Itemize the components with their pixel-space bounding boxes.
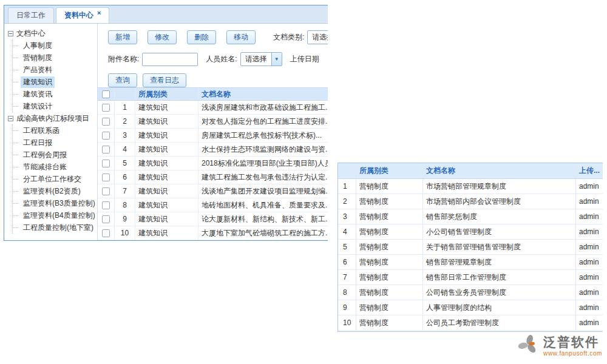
row-doc-name: 房屋建筑工程总承包投标书(技术标)... xyxy=(198,129,328,142)
row-category: 建筑知识 xyxy=(135,170,198,184)
tab-bar: 日常工作 资料中心 × xyxy=(4,5,328,24)
row-number: 7 xyxy=(115,184,135,198)
sidebar-item-construction-news[interactable]: 建筑资讯 xyxy=(13,88,97,100)
person-name-select[interactable]: 请选择 ▼ xyxy=(240,52,282,66)
query-button[interactable]: 查询 xyxy=(108,73,137,87)
sidebar-item-energy-ledger[interactable]: 节能减排台账 xyxy=(13,161,97,173)
table-row[interactable]: 7 营销制度 销售部日常工作管理制度 admin xyxy=(338,270,603,285)
sidebar-item-project-root[interactable]: 成渝高铁内江标段项目 xyxy=(4,112,97,124)
table-row[interactable]: 9 建筑知识 论大厦新材料、新结构、新技术、新工... xyxy=(98,212,328,226)
row-number: 4 xyxy=(338,224,356,239)
row-number: 10 xyxy=(115,226,135,240)
row-checkbox[interactable] xyxy=(102,118,110,126)
table-row[interactable]: 2 建筑知识 对发包人指定分包的工程施工进度安排... xyxy=(98,115,328,129)
document-list-panel: 新增 修改 删除 移动 文档类别: 请选择 ▼ 文档 附件名称: 人员姓名: 请… xyxy=(98,24,328,240)
sidebar-root-label: 文档中心 xyxy=(16,29,46,39)
table-row[interactable]: 6 营销制度 销售部管理规章制度 admin xyxy=(338,255,603,270)
table-row[interactable]: 5 营销制度 关于销售部管理销售管理制度 admin xyxy=(338,240,603,255)
row-checkbox[interactable] xyxy=(102,104,110,112)
sidebar-item-construction-knowledge[interactable]: 建筑知识 xyxy=(13,76,97,88)
table-row[interactable]: 4 营销制度 小公司销售管理制度 admin xyxy=(338,224,603,240)
row-uploader: admin xyxy=(576,255,603,269)
sidebar-item-weekly-meeting[interactable]: 工程例会周报 xyxy=(13,149,97,161)
row-checkbox[interactable] xyxy=(102,132,110,140)
row-number: 9 xyxy=(115,212,135,226)
row-number: 8 xyxy=(115,198,135,212)
table-row[interactable]: 3 建筑知识 房屋建筑工程总承包投标书(技术标)... xyxy=(98,129,328,143)
doc-category-select[interactable]: 请选择 ▼ xyxy=(307,30,328,44)
collapse-icon[interactable] xyxy=(8,116,13,121)
sidebar-item-work-transfer[interactable]: 分工单位工作移交 xyxy=(13,173,97,185)
row-number: 9 xyxy=(338,300,356,315)
table-row[interactable]: 7 建筑知识 浅谈地产集团开发建设项目监理规划编... xyxy=(98,184,328,198)
row-doc-name: 论大厦新材料、新结构、新技术、新工... xyxy=(198,212,328,226)
table-header: 所属别类 文档名称 xyxy=(98,87,328,101)
table-row[interactable]: 6 建筑知识 建筑工程施工发包与承包违法行为认定... xyxy=(98,170,328,184)
row-checkbox[interactable] xyxy=(102,187,110,195)
sidebar-item-marketing-system[interactable]: 营销制度 xyxy=(13,52,97,64)
sidebar-item-construction-design[interactable]: 建筑设计 xyxy=(13,100,97,112)
move-button[interactable]: 移动 xyxy=(226,30,256,44)
row-doc-name: 关于销售部管理销售管理制度 xyxy=(423,240,576,254)
table-row[interactable]: 2 营销制度 市场营销部内部会议管理制度 admin xyxy=(338,194,603,209)
sidebar-item-daily-report[interactable]: 工程日报 xyxy=(13,136,97,149)
row-category: 建筑知识 xyxy=(135,198,198,212)
sidebar-item-supervision-b3[interactable]: 监理资料(B3质量控制) xyxy=(13,197,97,209)
sidebar-item-quality-basement[interactable]: 工程质量控制(地下室) xyxy=(13,221,97,234)
row-doc-name: 对发包人指定分包的工程施工进度安排... xyxy=(198,115,328,128)
row-uploader: admin xyxy=(576,285,603,300)
row-checkbox[interactable] xyxy=(102,215,110,223)
table-row[interactable]: 1 建筑知识 浅谈房屋建筑和市政基础设施工程施工... xyxy=(98,101,328,115)
modify-button[interactable]: 修改 xyxy=(148,30,177,44)
table-row[interactable]: 5 建筑知识 2018标准化监理项目部(业主项目部)人员... xyxy=(98,157,328,170)
row-number: 1 xyxy=(338,179,356,194)
row-checkbox[interactable] xyxy=(102,160,110,167)
sidebar-item-project-letter[interactable]: 工程联系函 xyxy=(13,124,97,136)
row-doc-name: 公司员工考勤管理制度 xyxy=(423,315,576,330)
close-icon[interactable]: × xyxy=(97,9,101,16)
collapse-icon[interactable] xyxy=(8,31,13,36)
sidebar-item-doc-center[interactable]: 文档中心 xyxy=(4,27,97,39)
row-category: 营销制度 xyxy=(356,209,423,224)
row-doc-name: 浅谈地产集团开发建设项目监理规划编... xyxy=(198,184,328,198)
logo-website-url: www.fanpusoft.com xyxy=(543,350,602,357)
row-doc-name: 人事管理制度的结构 xyxy=(423,300,576,315)
row-number: 6 xyxy=(115,170,135,184)
table-row[interactable]: 8 建筑知识 地砖地面材料、机具准备、质量要求及... xyxy=(98,198,328,212)
row-checkbox[interactable] xyxy=(102,174,110,181)
doc-category-value: 请选择 xyxy=(308,31,328,44)
header-index xyxy=(115,88,135,100)
row-checkbox[interactable] xyxy=(102,229,110,237)
tab-daily-work[interactable]: 日常工作 xyxy=(8,7,54,23)
view-log-button[interactable]: 查看日志 xyxy=(143,73,186,87)
row-doc-name: 销售部日常工作管理制度 xyxy=(423,270,576,285)
delete-button[interactable]: 删除 xyxy=(187,30,216,44)
add-button[interactable]: 新增 xyxy=(108,30,137,44)
tab-data-center[interactable]: 资料中心 × xyxy=(56,7,109,23)
table-row[interactable]: 4 建筑知识 水土保持生态环境监测网络的建设与资... xyxy=(98,143,328,157)
row-number: 1 xyxy=(115,101,135,114)
sidebar-item-supervision-b2[interactable]: 监理资料(B2资质) xyxy=(13,185,97,197)
sidebar-item-supervision-b4[interactable]: 监理资料(B4质量控制) xyxy=(13,209,97,221)
row-checkbox[interactable] xyxy=(102,201,110,209)
fanpu-logo-icon xyxy=(517,334,539,358)
row-checkbox[interactable] xyxy=(102,146,110,153)
row-number: 4 xyxy=(115,143,135,156)
table-row[interactable]: 3 营销制度 销售部奖惩制度 admin xyxy=(338,209,603,224)
table-row[interactable]: 1 营销制度 市场营销部管理规章制度 admin xyxy=(338,179,603,194)
row-category: 建筑知识 xyxy=(135,212,198,226)
doc-category-label: 文档类别: xyxy=(273,32,304,42)
select-all-checkbox[interactable] xyxy=(102,90,110,98)
header-uploader: 上传... xyxy=(576,163,603,178)
person-name-label: 人员姓名: xyxy=(206,54,237,64)
table-row[interactable]: 10 建筑知识 大厦地下室加气砼墙砌筑工程的施工方... xyxy=(98,226,328,240)
row-doc-name: 地砖地面材料、机具准备、质量要求及... xyxy=(198,198,328,212)
row-category: 营销制度 xyxy=(356,194,423,209)
chevron-down-icon: ▼ xyxy=(271,53,282,66)
table-row[interactable]: 10 营销制度 公司员工考勤管理制度 admin xyxy=(338,315,603,331)
sidebar-item-product-data[interactable]: 产品资料 xyxy=(13,64,97,76)
attachment-name-input[interactable] xyxy=(142,53,198,66)
table-row[interactable]: 9 营销制度 人事管理制度的结构 admin xyxy=(338,300,603,315)
table-row[interactable]: 8 营销制度 公司销售业务员管理制度 admin xyxy=(338,285,603,300)
sidebar-item-hr-system[interactable]: 人事制度 xyxy=(13,39,97,52)
